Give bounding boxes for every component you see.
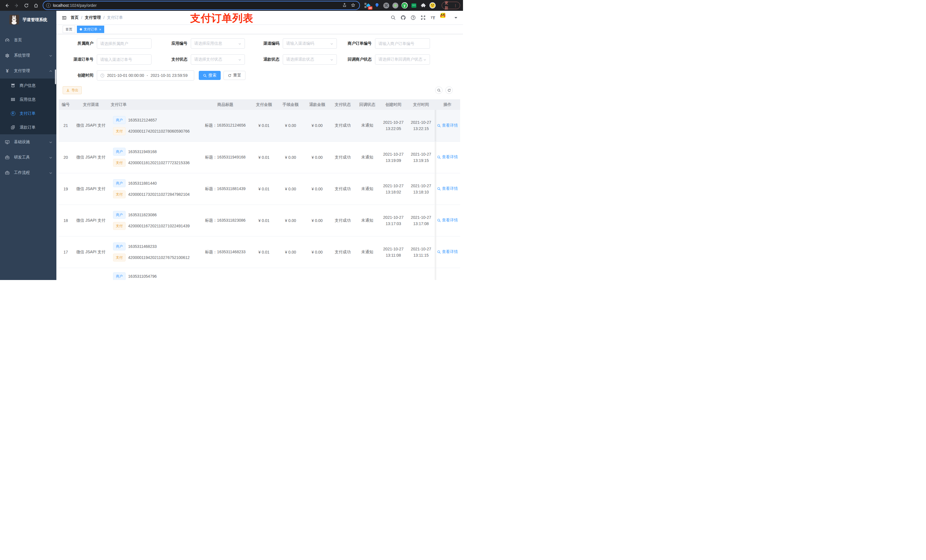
search-icon[interactable] [390,15,396,21]
cell-action: 查看详情 [435,205,460,236]
merchant-tag: 商户 [113,148,126,155]
cell-status: 支付成功 [330,110,355,142]
sidebar-item-支付订单[interactable]: ¥支付订单 [0,106,56,120]
extension-chat-icon[interactable] [411,2,417,9]
extension-y-icon[interactable]: y [401,2,408,9]
chevron-down-icon [49,171,52,174]
breadcrumb-item[interactable]: 支付管理 [85,15,101,20]
table-header-row: 编号支付渠道支付订单商品标题支付金额手续金额退款金额支付状态回调状态创建时间支付… [59,99,460,110]
profile-emoji-icon[interactable] [430,2,436,9]
search-button[interactable]: 搜索 [199,71,221,80]
cell-notify: 未通知 [355,205,380,236]
url-bar[interactable]: i localhost:1024/pay/order [43,2,359,9]
gear-icon [5,53,10,58]
bookmark-star-icon[interactable] [351,3,356,8]
view-detail-link[interactable]: 查看详情 [437,249,458,254]
help-icon[interactable] [410,15,416,21]
filter-label: 应用编号 [151,41,191,46]
chevron-down-icon [423,58,427,61]
select-回调商户状态[interactable]: 请选择订单回调商户状态 [375,54,430,65]
view-detail-link[interactable]: 查看详情 [437,123,458,128]
reload-icon[interactable] [22,2,30,9]
monitor-icon [5,140,10,145]
sidebar-item-工作流程[interactable]: 工作流程 [0,165,56,180]
sidebar-item-基础设施[interactable]: 基础设施 [0,134,56,150]
cell-id: 19 [59,173,73,205]
input-渠道订单号[interactable] [97,54,151,65]
select-渠道编码[interactable]: 请输入渠道编码 [283,38,337,49]
sidebar-scrollbar[interactable] [55,69,56,84]
select-支付状态[interactable]: 请选择支付状态 [191,54,245,65]
date-part: 2021-10-27 [409,183,433,189]
avatar-caret-icon[interactable] [454,17,457,20]
home-icon[interactable] [32,2,40,9]
sidebar-item-首页[interactable]: 首页 [0,32,56,48]
extension-command-icon[interactable]: ⌘ [383,3,389,9]
input-商户订单编号[interactable] [375,38,430,49]
font-size-icon[interactable]: TT [430,15,436,21]
extension-dot-icon[interactable] [392,3,398,9]
sidebar-item-研发工具[interactable]: 研发工具 [0,150,56,165]
export-button[interactable]: 导出 [63,86,82,94]
text-input[interactable] [100,57,148,62]
select-应用编号[interactable]: 请选择应用信息 [191,38,245,49]
filter-label: 回调商户状态 [337,57,375,62]
chrome-update-button[interactable]: 更新 ⋮ [442,2,460,9]
sidebar-item-系统管理[interactable]: 系统管理 [0,48,56,63]
extensions-puzzle-icon[interactable] [420,2,426,9]
fullscreen-icon[interactable] [420,15,426,21]
extension-balloon-icon[interactable] [374,2,380,9]
breadcrumb: 首页/支付管理/支付订单 [71,15,123,20]
active-tab-dot [80,28,82,30]
time-part: 13:11:15 [409,252,433,258]
reset-button[interactable]: 重置 [224,71,245,80]
text-input[interactable] [378,41,427,46]
merchant-tag: 商户 [113,272,126,280]
breadcrumb-item[interactable]: 首页 [71,15,79,20]
sidebar-item-支付管理[interactable]: ¥支付管理 [0,63,56,78]
select-退款状态[interactable]: 请选择退款状态 [283,54,337,65]
date-range-picker[interactable]: 2021-10-01 00:00:00-2021-10-31 23:59:59 [97,70,194,80]
logo-row[interactable]: 芋道管理系统 [0,11,56,29]
close-icon[interactable]: × [99,27,101,31]
input-所属商户[interactable] [97,38,151,49]
yen-icon: ¥ [5,69,10,73]
extension-badge: 10 [368,6,372,10]
sidebar-item-商户信息[interactable]: 商户信息 [0,78,56,92]
cell-refund [304,268,330,280]
tab-支付订单[interactable]: 支付订单× [77,26,104,33]
view-detail-link[interactable]: 查看详情 [437,154,458,160]
view-detail-link[interactable]: 查看详情 [437,186,458,191]
chevron-down-icon [49,155,52,159]
tab-首页[interactable]: 首页 [63,26,75,33]
cell-fee [277,268,304,280]
cell-title: 标题：1635312124656 [200,110,251,142]
share-icon[interactable] [342,3,347,8]
refresh-button[interactable] [445,86,453,94]
sidebar-item-退款订单[interactable]: 退款订单 [0,120,56,134]
extension-diamond-icon[interactable]: 10 [365,2,371,9]
site-info-icon[interactable]: i [46,3,51,8]
grid-icon [11,97,15,102]
time-part: 13:18:10 [409,189,433,195]
github-icon[interactable] [400,15,406,21]
cell-order: 商户1635311823086支付42000011672021102710224… [109,205,200,236]
user-avatar[interactable] [440,13,450,23]
sidebar-item-label: 退款订单 [20,125,52,130]
forward-icon[interactable] [12,2,21,9]
cell-action: 查看详情 [435,236,460,268]
cell-order: 商户1635311468233支付42000011942021102767521… [109,236,200,268]
toggle-search-button[interactable] [435,86,442,94]
text-input[interactable] [100,41,148,46]
tags-bar: 首页支付订单× [56,24,463,34]
filter-label: 商户订单编号 [337,41,375,46]
back-icon[interactable] [3,2,11,9]
cell-channel: 微信 JSAPI 支付 [73,236,109,268]
date-end-value: 2021-10-31 23:59:59 [151,73,188,78]
browser-menu-dots-icon[interactable]: ⋮ [454,3,457,8]
sidebar-item-应用信息[interactable]: 应用信息 [0,92,56,106]
view-detail-link[interactable]: 查看详情 [437,218,458,223]
cell-refund: ¥ 0.00 [304,205,330,236]
hamburger-icon[interactable] [59,13,69,23]
date-part: 2021-10-27 [381,119,406,125]
